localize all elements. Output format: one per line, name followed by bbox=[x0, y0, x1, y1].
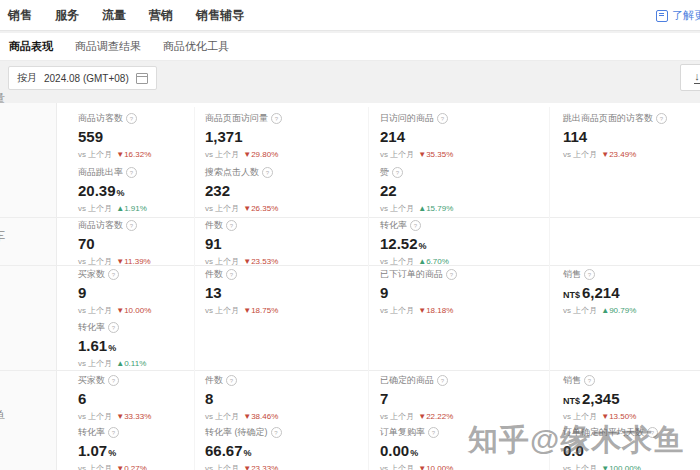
date-range-selector[interactable]: 按月 2024.08 (GMT+08) bbox=[8, 66, 157, 90]
top-nav: 销售服务流量营销销售辅导 了解更多 bbox=[0, 0, 700, 31]
vs-last-month-label: vs 上个月 bbox=[563, 412, 597, 421]
delta-value: 100.00% bbox=[609, 464, 641, 470]
metric-card: 订单确定的平均天数?0.0vs 上个月▼100.00% bbox=[563, 426, 689, 470]
delta-value: 11.39% bbox=[124, 257, 151, 266]
metric-delta: vs 上个月▼13.50% bbox=[563, 411, 689, 422]
metric-card: 销售?NT$6,214vs 上个月▲90.79% bbox=[563, 268, 689, 316]
metric-card: 商品访客数?70vs 上个月▼11.39% bbox=[78, 219, 204, 267]
info-icon[interactable]: ? bbox=[392, 167, 403, 178]
delta-value: 26.35% bbox=[251, 204, 278, 213]
metric-label: 件数 bbox=[205, 219, 223, 232]
arrow-down-icon: ▼ bbox=[418, 306, 426, 315]
metric-label: 已下订单的商品 bbox=[380, 268, 443, 281]
metric-card: 已下订单的商品?9vs 上个月▼18.18% bbox=[380, 268, 506, 316]
metric-value: 7 bbox=[380, 390, 506, 407]
metric-number: 9 bbox=[380, 284, 388, 301]
metric-value: 0.00% bbox=[380, 442, 506, 459]
info-icon[interactable]: ? bbox=[226, 375, 237, 386]
top-nav-item[interactable]: 营销 bbox=[149, 7, 173, 24]
column-divider bbox=[549, 107, 550, 470]
metric-unit: % bbox=[117, 188, 125, 198]
metric-label: 商品访客数 bbox=[78, 112, 123, 125]
metric-value: 13 bbox=[205, 284, 331, 301]
metric-delta: vs 上个月▲6.70% bbox=[380, 256, 506, 267]
download-button[interactable]: ↓ bbox=[680, 64, 700, 91]
top-nav-item[interactable]: 流量 bbox=[102, 7, 126, 24]
vs-last-month-label: vs 上个月 bbox=[380, 412, 414, 421]
metric-number: 232 bbox=[205, 182, 230, 199]
metric-label: 销售 bbox=[563, 374, 581, 387]
vs-last-month-label: vs 上个月 bbox=[380, 464, 414, 470]
metric-number: 9 bbox=[78, 284, 86, 301]
info-icon[interactable]: ? bbox=[446, 269, 457, 280]
metric-delta: vs 上个月▼16.32% bbox=[78, 149, 204, 160]
info-icon[interactable]: ? bbox=[126, 220, 137, 231]
currency-prefix: NT$ bbox=[563, 290, 580, 300]
arrow-down-icon: ▼ bbox=[116, 150, 124, 159]
metric-unit: % bbox=[108, 343, 116, 353]
metric-value: 232 bbox=[205, 182, 331, 199]
top-nav-item[interactable]: 销售 bbox=[8, 7, 32, 24]
metric-card: 已确定的商品?7vs 上个月▼22.22% bbox=[380, 374, 506, 422]
info-icon[interactable]: ? bbox=[108, 269, 119, 280]
section-label-partial: 量 bbox=[0, 90, 9, 107]
delta-value: 15.79% bbox=[426, 204, 453, 213]
metric-delta: vs 上个月▼23.53% bbox=[205, 256, 331, 267]
info-icon[interactable]: ? bbox=[647, 427, 658, 438]
info-icon[interactable]: ? bbox=[262, 167, 273, 178]
arrow-down-icon: ▼ bbox=[601, 150, 609, 159]
info-icon[interactable]: ? bbox=[437, 375, 448, 386]
top-nav-item[interactable]: 销售辅导 bbox=[196, 7, 244, 24]
metric-value: 22 bbox=[380, 182, 506, 199]
delta-value: 38.46% bbox=[251, 412, 278, 421]
metric-card: 转化率?12.52%vs 上个月▲6.70% bbox=[380, 219, 506, 267]
info-icon[interactable]: ? bbox=[126, 113, 137, 124]
info-icon[interactable]: ? bbox=[428, 427, 439, 438]
top-nav-item[interactable]: 服务 bbox=[55, 7, 79, 24]
delta-value: 35.35% bbox=[426, 150, 453, 159]
info-icon[interactable]: ? bbox=[410, 220, 421, 231]
info-icon[interactable]: ? bbox=[226, 220, 237, 231]
tab-3[interactable]: 商品优化工具 bbox=[163, 39, 229, 54]
info-icon[interactable]: ? bbox=[437, 113, 448, 124]
metric-label: 件数 bbox=[205, 268, 223, 281]
metric-value: 0.0 bbox=[563, 442, 689, 459]
metric-value: 1.07% bbox=[78, 442, 204, 459]
metric-number: 1,371 bbox=[205, 128, 243, 145]
metric-card: 赞?22vs 上个月▲15.79% bbox=[380, 166, 506, 214]
metric-unit: % bbox=[419, 241, 427, 251]
metric-delta: vs 上个月▼22.22% bbox=[380, 411, 506, 422]
separator bbox=[0, 370, 700, 371]
arrow-down-icon: ▼ bbox=[243, 257, 251, 266]
metric-number: 1.61 bbox=[78, 337, 107, 354]
metric-card: 件数?8vs 上个月▼38.46% bbox=[205, 374, 331, 422]
info-icon[interactable]: ? bbox=[108, 427, 119, 438]
arrow-down-icon: ▼ bbox=[601, 412, 609, 421]
info-icon[interactable]: ? bbox=[271, 113, 282, 124]
period-label: 按月 bbox=[17, 71, 37, 85]
metric-number: 12.52 bbox=[380, 235, 418, 252]
info-icon[interactable]: ? bbox=[271, 427, 282, 438]
vs-last-month-label: vs 上个月 bbox=[205, 412, 239, 421]
metric-card: 件数?91vs 上个月▼23.53% bbox=[205, 219, 331, 267]
vs-last-month-label: vs 上个月 bbox=[563, 150, 597, 159]
arrow-down-icon: ▼ bbox=[418, 150, 426, 159]
info-icon[interactable]: ? bbox=[108, 322, 119, 333]
tab-2[interactable]: 商品调查结果 bbox=[75, 39, 141, 54]
info-icon[interactable]: ? bbox=[584, 269, 595, 280]
info-icon[interactable]: ? bbox=[584, 375, 595, 386]
metric-card: 买家数?9vs 上个月▼10.00% bbox=[78, 268, 204, 316]
metric-label: 订单复购率 bbox=[380, 426, 425, 439]
vs-last-month-label: vs 上个月 bbox=[78, 306, 112, 315]
info-icon[interactable]: ? bbox=[656, 113, 667, 124]
arrow-down-icon: ▼ bbox=[116, 306, 124, 315]
tab-1[interactable]: 商品表现 bbox=[9, 39, 53, 54]
metric-label: 赞 bbox=[380, 166, 389, 179]
info-icon[interactable]: ? bbox=[108, 375, 119, 386]
arrow-down-icon: ▼ bbox=[243, 412, 251, 421]
metric-number: 7 bbox=[380, 390, 388, 407]
metric-unit: % bbox=[244, 448, 252, 458]
learn-more-link[interactable]: 了解更多 bbox=[656, 8, 700, 23]
info-icon[interactable]: ? bbox=[126, 167, 137, 178]
info-icon[interactable]: ? bbox=[226, 269, 237, 280]
